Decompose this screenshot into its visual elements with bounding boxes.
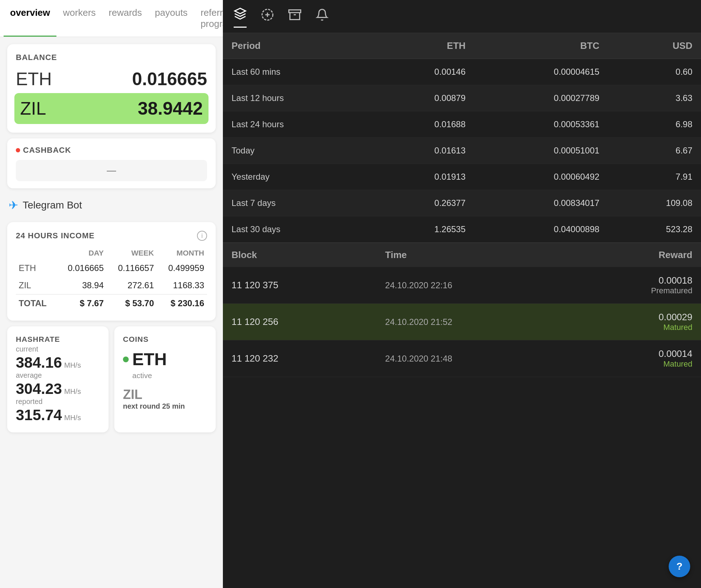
earnings-usd-5: 109.08 — [608, 190, 701, 216]
hashrate-reported-value: 315.74 MH/s — [16, 406, 100, 424]
archive-icon[interactable] — [288, 8, 301, 24]
earnings-period-4: Yesterday — [223, 164, 371, 190]
reward-amount-0: 0.00018 — [539, 275, 692, 286]
coin-zil-next-round: next round 25 min — [123, 402, 207, 410]
earnings-eth-3: 0.01613 — [371, 138, 474, 164]
info-icon[interactable]: i — [197, 231, 207, 241]
coin-eth-status: active — [132, 371, 207, 380]
income-total-label: TOTAL — [16, 294, 56, 312]
zil-balance-row: ZIL 38.9442 — [14, 93, 209, 124]
earnings-eth-6: 1.26535 — [371, 216, 474, 243]
blocks-col-reward: Reward — [539, 249, 692, 261]
earnings-usd-1: 3.63 — [608, 85, 701, 111]
tab-workers[interactable]: workers — [56, 0, 102, 37]
left-content: BALANCE ETH 0.016665 ZIL 38.9442 CASHBAC… — [0, 37, 223, 440]
hashrate-label: HASHRATE — [16, 335, 100, 344]
tab-referral[interactable]: referral program — [194, 0, 223, 37]
income-row-zil: ZIL 38.94 272.61 1168.33 — [16, 277, 207, 294]
income-row-total: TOTAL $ 7.67 $ 53.70 $ 230.16 — [16, 294, 207, 312]
left-panel: overview workers rewards payouts referra… — [0, 0, 223, 588]
earnings-eth-0: 0.00146 — [371, 59, 474, 85]
help-button[interactable]: ? — [669, 556, 690, 577]
earnings-row: Last 60 mins 0.00146 0.00004615 0.60 — [223, 59, 701, 85]
hashrate-reported-unit: MH/s — [64, 414, 81, 422]
income-header: 24 HOURS INCOME i — [16, 231, 207, 241]
hashrate-reported-label: reported — [16, 398, 100, 406]
hashrate-card: HASHRATE current 384.16 MH/s average 304… — [7, 326, 109, 432]
earnings-col-eth: ETH — [371, 33, 474, 59]
income-col-day: DAY — [56, 247, 107, 259]
balance-card: BALANCE ETH 0.016665 ZIL 38.9442 — [7, 44, 216, 133]
hashrate-current-label: current — [16, 345, 100, 353]
income-eth-week: 0.116657 — [107, 259, 157, 277]
income-col-week: WEEK — [107, 247, 157, 259]
earnings-btc-5: 0.00834017 — [474, 190, 608, 216]
reward-amount-1: 0.00029 — [539, 312, 692, 323]
blocks-col-time: Time — [385, 249, 539, 261]
income-zil-label: ZIL — [16, 277, 56, 294]
eth-currency: ETH — [16, 69, 52, 89]
balance-label: BALANCE — [16, 53, 207, 62]
bottom-cards: HASHRATE current 384.16 MH/s average 304… — [7, 326, 216, 432]
coin-eth-name: ETH — [132, 349, 167, 369]
telegram-icon: ✈ — [9, 198, 18, 212]
tab-rewards[interactable]: rewards — [102, 0, 148, 37]
coin-zil-name: ZIL — [123, 387, 207, 402]
income-row-eth: ETH 0.016665 0.116657 0.499959 — [16, 259, 207, 277]
right-panel: Period ETH BTC USD Last 60 mins 0.00146 … — [223, 0, 701, 588]
earnings-usd-0: 0.60 — [608, 59, 701, 85]
earnings-col-period: Period — [223, 33, 371, 59]
reward-status-2: Matured — [539, 359, 692, 369]
block-row-1: 11 120 256 24.10.2020 21:52 0.00029 Matu… — [223, 304, 701, 340]
income-eth-day: 0.016665 — [56, 259, 107, 277]
earnings-btc-3: 0.00051001 — [474, 138, 608, 164]
earnings-usd-3: 6.67 — [608, 138, 701, 164]
block-time-0: 24.10.2020 22:16 — [385, 280, 539, 290]
block-reward-0: 0.00018 Prematured — [539, 275, 692, 295]
income-zil-day: 38.94 — [56, 277, 107, 294]
right-header — [223, 0, 701, 33]
earnings-btc-4: 0.00060492 — [474, 164, 608, 190]
cashback-input[interactable] — [16, 160, 207, 181]
earnings-period-3: Today — [223, 138, 371, 164]
earnings-btc-6: 0.04000898 — [474, 216, 608, 243]
earnings-eth-2: 0.01688 — [371, 111, 474, 138]
earnings-row: Today 0.01613 0.00051001 6.67 — [223, 138, 701, 164]
right-content: Period ETH BTC USD Last 60 mins 0.00146 … — [223, 33, 701, 588]
income-table: DAY WEEK MONTH ETH 0.016665 0.116657 0.4… — [16, 247, 207, 312]
earnings-col-btc: BTC — [474, 33, 608, 59]
block-number-1: 11 120 256 — [232, 316, 385, 327]
earnings-col-usd: USD — [608, 33, 701, 59]
income-zil-month: 1168.33 — [157, 277, 207, 294]
earnings-table: Period ETH BTC USD Last 60 mins 0.00146 … — [223, 33, 701, 243]
earnings-usd-4: 7.91 — [608, 164, 701, 190]
earnings-row: Last 12 hours 0.00879 0.00027789 3.63 — [223, 85, 701, 111]
income-title: 24 HOURS INCOME — [16, 231, 95, 240]
telegram-row[interactable]: ✈ Telegram Bot — [7, 194, 216, 216]
income-eth-label: ETH — [16, 259, 56, 277]
nav-tabs: overview workers rewards payouts referra… — [0, 0, 223, 37]
earnings-period-2: Last 24 hours — [223, 111, 371, 138]
hashrate-average-value: 304.23 MH/s — [16, 380, 100, 398]
earnings-eth-5: 0.26377 — [371, 190, 474, 216]
cashback-dot — [16, 148, 20, 152]
circle-dashed-icon[interactable] — [261, 8, 274, 24]
hashrate-current-unit: MH/s — [64, 361, 81, 369]
cashback-label: CASHBACK — [16, 146, 207, 155]
block-time-1: 24.10.2020 21:52 — [385, 317, 539, 327]
earnings-period-0: Last 60 mins — [223, 59, 371, 85]
income-col-coin — [16, 247, 56, 259]
earnings-btc-2: 0.00053361 — [474, 111, 608, 138]
bell-icon[interactable] — [316, 8, 329, 24]
earnings-period-5: Last 7 days — [223, 190, 371, 216]
coins-card: COINS ETH active ZIL next round 25 min — [114, 326, 216, 432]
block-number-2: 11 120 232 — [232, 353, 385, 364]
tab-payouts[interactable]: payouts — [148, 0, 194, 37]
income-card: 24 HOURS INCOME i DAY WEEK MONTH ETH 0.0… — [7, 222, 216, 321]
tab-overview[interactable]: overview — [4, 0, 56, 37]
layers-icon[interactable] — [234, 7, 247, 26]
earnings-btc-0: 0.00004615 — [474, 59, 608, 85]
blocks-table-header: Block Time Reward — [223, 243, 701, 267]
blocks-col-block: Block — [232, 249, 385, 261]
income-total-week: $ 53.70 — [107, 294, 157, 312]
